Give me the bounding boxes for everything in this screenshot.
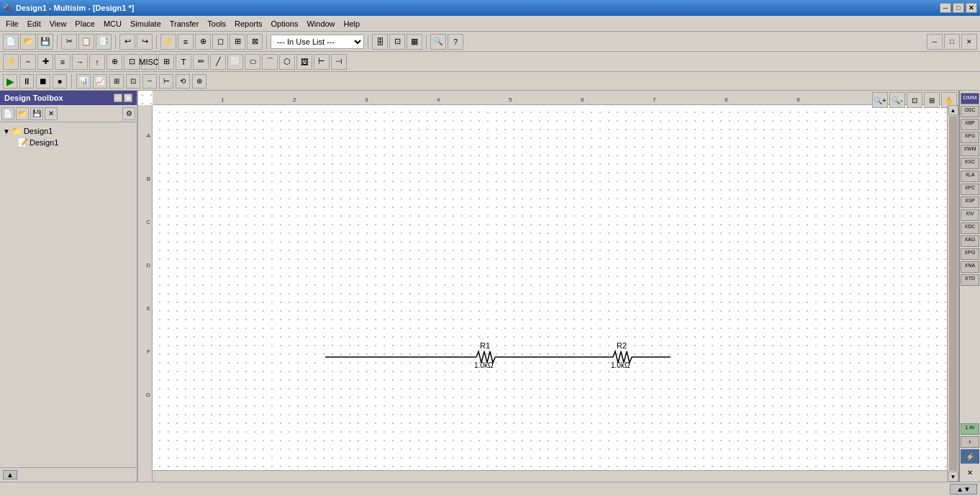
misc-tool[interactable]: MISC: [141, 54, 157, 70]
instrument-1.4v[interactable]: 1.4v: [961, 423, 979, 435]
menu-edit[interactable]: Edit: [23, 18, 45, 30]
close-button[interactable]: ✕: [966, 3, 977, 13]
hierarchical-tool[interactable]: ⊕: [106, 54, 122, 70]
redo-button[interactable]: ↪: [137, 34, 153, 50]
instrument-panel-btn[interactable]: ⚡: [961, 449, 979, 464]
menu-options[interactable]: Options: [267, 18, 303, 30]
horizontal-scrollbar[interactable]: [153, 470, 947, 482]
zoom-area-btn[interactable]: ⊞: [924, 92, 940, 108]
minimize-button[interactable]: ─: [940, 3, 951, 13]
instrument-xna[interactable]: XNA: [961, 261, 979, 273]
net-tool[interactable]: ~: [20, 54, 36, 70]
input-tool[interactable]: ↑: [89, 54, 105, 70]
sim-stop-button[interactable]: ⏹: [36, 74, 50, 89]
undo-button[interactable]: ↩: [119, 34, 135, 50]
instrument-xsc[interactable]: XSC: [961, 158, 979, 169]
toolbox-open[interactable]: 📂: [16, 107, 29, 120]
toolbox-delete[interactable]: ✕: [45, 107, 58, 120]
tb-btn-e[interactable]: ⊞: [230, 34, 245, 50]
text-tool[interactable]: T: [176, 54, 191, 70]
cut-button[interactable]: ✂: [61, 34, 77, 50]
title-bar-controls[interactable]: ─ □ ✕: [940, 3, 977, 13]
line-tool[interactable]: ╱: [210, 54, 226, 70]
sim-play-button[interactable]: ▶: [3, 74, 17, 89]
menu-simulate[interactable]: Simulate: [126, 18, 165, 30]
junction-tool[interactable]: ✚: [37, 54, 53, 70]
sim-wire-button[interactable]: ╌: [142, 74, 157, 89]
menu-reports[interactable]: Reports: [230, 18, 267, 30]
picture-tool[interactable]: 🖼: [296, 54, 312, 70]
menu-help[interactable]: Help: [340, 18, 365, 30]
scroll-down-arrow[interactable]: ▼: [948, 472, 958, 482]
sim-dot-button[interactable]: ●: [53, 74, 67, 89]
zoom-in-btn[interactable]: 🔍+: [872, 92, 888, 108]
paste-button[interactable]: 📑: [96, 34, 112, 50]
zoom-out-btn[interactable]: 🔍-: [889, 92, 905, 108]
tb-btn-c[interactable]: ⊕: [195, 34, 211, 50]
menu-place[interactable]: Place: [71, 18, 99, 30]
open-button[interactable]: 📂: [20, 34, 36, 50]
menu-transfer[interactable]: Transfer: [165, 18, 204, 30]
menu-window[interactable]: Window: [302, 18, 339, 30]
save-button[interactable]: 💾: [37, 34, 53, 50]
status-tab1[interactable]: ▲▼: [950, 484, 977, 495]
tb-btn-d[interactable]: ◻: [212, 34, 228, 50]
ellipse-tool[interactable]: ⬭: [245, 54, 260, 70]
instrument-xbp[interactable]: XBP: [961, 119, 979, 130]
help-button[interactable]: ?: [448, 34, 463, 50]
zoom-fit-btn[interactable]: ⊡: [907, 92, 922, 108]
instrument-xfg[interactable]: XFG: [961, 132, 979, 143]
copy-button[interactable]: 📋: [78, 34, 94, 50]
toolbox-minimize[interactable]: ─: [114, 94, 122, 102]
inner-win-max[interactable]: □: [944, 34, 960, 50]
tree-root[interactable]: ▼ 📁 Design1: [3, 125, 134, 137]
instrument-xtd[interactable]: XTD: [961, 274, 979, 286]
bus-tool[interactable]: ≡: [55, 54, 71, 70]
instrument-bottom-btn[interactable]: ✕: [961, 465, 979, 479]
vertical-scrollbar[interactable]: ▲ ▼: [947, 105, 958, 482]
sim-grapher-button[interactable]: 📊: [76, 74, 91, 89]
sim-pause-button[interactable]: ⏸: [19, 74, 34, 89]
inner-win-close[interactable]: ✕: [961, 34, 977, 50]
graphic-tool[interactable]: ✏: [193, 54, 209, 70]
probe-tool[interactable]: ⊣: [331, 54, 347, 70]
toolbox-tab[interactable]: ▲: [3, 470, 17, 479]
rect-tool[interactable]: ⬜: [227, 54, 243, 70]
menu-view[interactable]: View: [45, 18, 71, 30]
instrument-xpg[interactable]: XPG: [961, 248, 979, 260]
wire-tool[interactable]: ⚡: [3, 54, 19, 70]
database-button[interactable]: 🗄: [372, 34, 388, 50]
new-button[interactable]: 📄: [3, 34, 19, 50]
sim-reverse-button[interactable]: ⟲: [176, 74, 190, 89]
place-button[interactable]: ▦: [407, 34, 422, 50]
instrument-xla[interactable]: XLA: [961, 171, 979, 182]
scroll-up-arrow[interactable]: ▲: [948, 105, 958, 115]
instrument-xsp[interactable]: XSP: [961, 197, 979, 208]
menu-file[interactable]: File: [1, 18, 23, 30]
instrument-chevron-right[interactable]: ›: [961, 436, 979, 448]
bus-entry-tool[interactable]: ⊞: [158, 54, 174, 70]
inner-win-min[interactable]: ─: [927, 34, 943, 50]
tree-expand-icon[interactable]: ▼: [3, 127, 10, 135]
sim-probe-button[interactable]: ⊡: [126, 74, 140, 89]
tb-btn-f[interactable]: ⊠: [247, 34, 263, 50]
instrument-xag[interactable]: XAG: [961, 235, 979, 247]
arc-tool[interactable]: ⌒: [262, 54, 278, 70]
maximize-button[interactable]: □: [953, 3, 964, 13]
toolbox-new[interactable]: 📄: [1, 107, 14, 120]
subcircuit-tool[interactable]: ⊡: [124, 54, 140, 70]
component-button[interactable]: ⊡: [389, 34, 405, 50]
sim-postprocess-button[interactable]: ⊞: [109, 74, 124, 89]
sim-extra-button[interactable]: ⊛: [192, 74, 207, 89]
instrument-xdc[interactable]: XDC: [961, 222, 979, 234]
instrument-dmm[interactable]: DMM: [961, 93, 979, 104]
toolbox-settings[interactable]: ⚙: [122, 107, 135, 120]
tb-btn-b[interactable]: ≡: [178, 34, 194, 50]
toolbox-save[interactable]: 💾: [30, 107, 43, 120]
menu-mcu[interactable]: MCU: [99, 18, 126, 30]
zoom-in-button[interactable]: 🔍: [430, 34, 446, 50]
instrument-xfc[interactable]: XFC: [961, 184, 979, 195]
tree-design1-item[interactable]: 📝 Design1: [16, 137, 134, 148]
scroll-thumb-v[interactable]: [949, 116, 958, 471]
tb-btn-a[interactable]: ⚡: [160, 34, 176, 50]
